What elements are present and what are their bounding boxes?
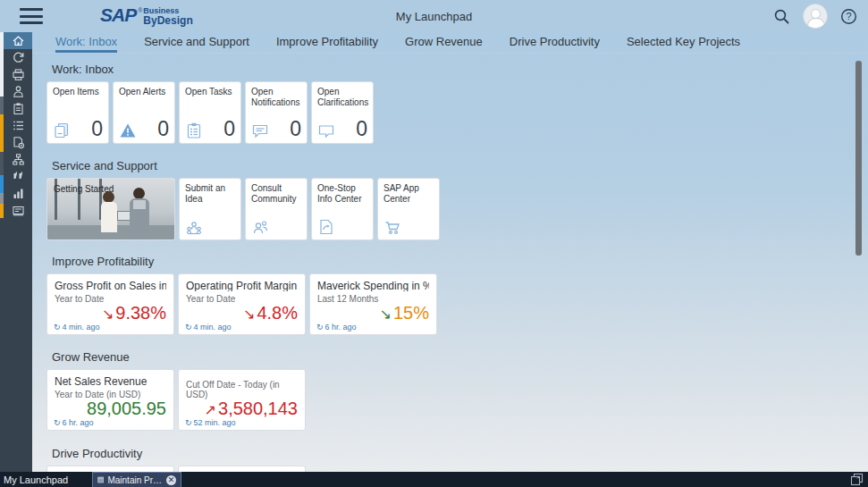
tile-open-tasks[interactable]: Open Tasks 0: [179, 81, 241, 144]
refresh-icon: ↻: [185, 418, 192, 427]
info-document-icon: [317, 218, 335, 236]
section-title: Service and Support: [52, 159, 868, 172]
kpi-subtitle: Cut Off Date - Today (in USD): [186, 380, 298, 399]
kpi-tile-operating-profit-margin[interactable]: Operating Profit Margin Year to Date ↘4.…: [178, 273, 306, 335]
kpi-title: Gross Profit on Sales in %: [55, 280, 166, 291]
tile-title: Open Tasks: [185, 87, 235, 97]
user-avatar[interactable]: [803, 4, 828, 29]
trend-down-icon: ↘: [102, 306, 114, 322]
bar-chart-icon: [12, 187, 25, 200]
tile-open-notifications[interactable]: Open Notifications 0: [245, 81, 308, 144]
trend-down-icon: ↘: [243, 306, 255, 322]
tile-title: Submit an Idea: [185, 183, 235, 205]
tile-open-clarifications[interactable]: Open Clarifications 0: [311, 81, 374, 144]
kpi-refresh-footer: ↻52 min. ago: [185, 418, 236, 427]
home-icon: [12, 34, 25, 47]
tile-one-stop-info-center[interactable]: One-Stop Info Center: [311, 178, 374, 240]
tile-title: Consult Community: [251, 183, 301, 205]
kpi-refresh-footer: ↻6 hr. ago: [316, 323, 357, 332]
refresh-icon: ↻: [316, 323, 324, 332]
list-icon: [12, 119, 25, 132]
tile-consult-community[interactable]: Consult Community: [245, 178, 308, 240]
kpi-tile-net-sales-revenue[interactable]: Net Sales Revenue Year to Date (in USD) …: [46, 369, 174, 431]
clipboard-icon: [12, 102, 25, 115]
tab-service-and-support[interactable]: Service and Support: [144, 35, 249, 53]
history-icon: [12, 51, 25, 64]
tab-improve-profitability[interactable]: Improve Profitability: [276, 35, 378, 53]
svg-text:?: ?: [846, 11, 851, 21]
tile-count: 0: [91, 119, 103, 139]
kpi-title: Net Sales Revenue: [55, 375, 166, 387]
tile-title: Open Alerts: [119, 87, 169, 97]
bottom-taskbar: My Launchpad Maintain Project:... ✕: [0, 472, 868, 487]
tile-sap-app-center[interactable]: SAP App Center: [377, 178, 440, 240]
kpi-title: Maverick Spending in %: [317, 280, 429, 291]
launchpad-tabbar: Work: Inbox Service and Support Improve …: [32, 32, 868, 54]
sidebar-item-history[interactable]: [4, 49, 32, 66]
tab-grow-revenue[interactable]: Grow Revenue: [405, 35, 483, 53]
sidebar-item-list[interactable]: [4, 117, 32, 134]
kpi-refresh-footer: ↻4 min. ago: [54, 323, 100, 332]
idea-people-icon: [185, 218, 203, 236]
section-title: Drive Productivity: [52, 447, 868, 460]
sidebar-item-people[interactable]: [4, 83, 32, 100]
tile-title: SAP App Center: [383, 183, 434, 205]
printer-icon: [12, 68, 25, 81]
tile-partial[interactable]: [178, 466, 306, 472]
taskbar-tab-label: Maintain Project:...: [107, 475, 163, 485]
logo-bydesign-text: ByDesign: [143, 15, 192, 26]
sidebar-item-home[interactable]: [4, 32, 32, 49]
tile-title: Getting Started: [54, 184, 114, 194]
section-title: Work: Inbox: [52, 63, 868, 76]
sidebar-item-org-chart[interactable]: [4, 151, 32, 168]
tile-title: One-Stop Info Center: [317, 183, 367, 205]
tile-getting-started[interactable]: Getting Started: [46, 178, 175, 240]
section-drive-productivity: Drive Productivity: [32, 447, 868, 472]
tab-selected-key-projects[interactable]: Selected Key Projects: [627, 35, 740, 53]
sidebar-item-document-settings[interactable]: [4, 134, 32, 151]
kpi-tile-maverick-spending[interactable]: Maverick Spending in % Last 12 Months ↘1…: [309, 273, 437, 335]
documents-icon: [53, 122, 71, 139]
community-icon: [251, 218, 269, 236]
kpi-tile-gross-profit[interactable]: Gross Profit on Sales in % Year to Date …: [46, 273, 174, 335]
sidebar-item-printer[interactable]: [4, 66, 32, 83]
tile-title: Open Items: [53, 87, 103, 97]
cash-register-icon: [12, 204, 25, 217]
close-icon[interactable]: ✕: [166, 475, 176, 485]
search-icon[interactable]: [773, 8, 790, 25]
section-service-support: Service and Support: [32, 159, 868, 240]
section-title: Grow Revenue: [52, 350, 868, 364]
tile-count: 0: [157, 119, 169, 139]
trend-up-icon: ↗: [205, 402, 216, 417]
tile-open-items[interactable]: Open Items 0: [46, 81, 109, 144]
trend-down-icon: ↘: [380, 306, 392, 322]
tile-submit-an-idea[interactable]: Submit an Idea: [179, 178, 241, 240]
tab-work-inbox[interactable]: Work: Inbox: [55, 35, 117, 53]
kpi-tile-ar-overdue-amounts[interactable]: A/R - Overdue Amounts Cut Off Date - Tod…: [178, 369, 306, 431]
document-settings-icon: [12, 136, 25, 149]
app-header: SAP ® Business ByDesign My Launchpad ?: [0, 0, 868, 32]
window-overview-icon[interactable]: [850, 473, 864, 487]
taskbar-tab-maintain-project[interactable]: Maintain Project:... ✕: [92, 472, 181, 487]
window-icon: [97, 475, 104, 484]
sidebar-item-analytics[interactable]: [4, 185, 32, 202]
help-icon[interactable]: ?: [840, 8, 857, 25]
tab-drive-productivity[interactable]: Drive Productivity: [510, 35, 600, 53]
menu-icon[interactable]: [20, 8, 43, 24]
tile-partial[interactable]: [46, 466, 174, 472]
tile-open-alerts[interactable]: Open Alerts 0: [113, 81, 175, 144]
sidebar-item-clipboard[interactable]: [4, 100, 32, 117]
section-work-inbox: Work: Inbox Open Items 0 Open Alerts 0 O…: [32, 63, 868, 144]
tile-title: Open Notifications: [251, 87, 301, 108]
sidebar-item-feedback[interactable]: [4, 168, 32, 185]
vertical-scrollbar[interactable]: [855, 61, 862, 256]
tile-count: 0: [223, 119, 235, 139]
tile-count: 0: [356, 119, 367, 139]
section-improve-profitability: Improve Profitability Gross Profit on Sa…: [32, 255, 868, 335]
taskbar-home-button[interactable]: My Launchpad: [4, 474, 92, 485]
sidebar-item-register[interactable]: [4, 202, 32, 219]
logo-registered-mark: ®: [138, 7, 142, 13]
people-icon: [12, 85, 25, 98]
tile-title: Open Clarifications: [317, 87, 367, 108]
kpi-title: A/R - Overdue Amounts: [186, 375, 298, 377]
